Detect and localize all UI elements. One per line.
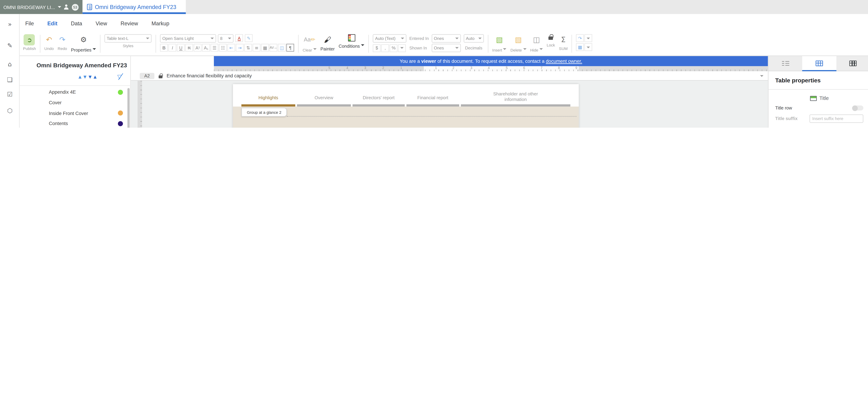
sum-button[interactable]: Σ SUM bbox=[559, 34, 568, 50]
redo-icon: ↷ bbox=[59, 34, 65, 45]
superscript-button[interactable]: A¹ bbox=[194, 44, 202, 51]
document-tab[interactable]: Omni Bridgeway Amended FY23 bbox=[83, 0, 186, 14]
comma-button[interactable]: , bbox=[381, 44, 389, 52]
underline-button[interactable]: U bbox=[177, 44, 185, 51]
undo-button[interactable]: ↶ Undo bbox=[44, 34, 54, 50]
vertical-ruler bbox=[137, 81, 142, 128]
menu-file[interactable]: File bbox=[25, 20, 34, 26]
merge-more-button[interactable] bbox=[585, 43, 592, 51]
ruler-number: 4 bbox=[346, 66, 348, 70]
ruler-number: 8 bbox=[558, 66, 560, 70]
folder-icon[interactable]: ❏ bbox=[0, 76, 20, 83]
compose-icon[interactable]: ✎ bbox=[0, 42, 20, 49]
font-color-button[interactable]: A bbox=[235, 34, 243, 42]
chevron-down-icon bbox=[58, 6, 61, 9]
bold-button[interactable]: B bbox=[160, 44, 168, 51]
cell-reference[interactable]: A2 bbox=[140, 73, 154, 79]
package-icon[interactable]: ⬡ bbox=[0, 107, 20, 114]
menu-data[interactable]: Data bbox=[71, 20, 82, 26]
expand-rail-icon[interactable]: » bbox=[0, 21, 20, 28]
outline-list: Appendix 4ECoverInside Front CoverConten… bbox=[20, 87, 131, 128]
workspace-name: OMNI BRIDGEWAY LI... bbox=[3, 4, 55, 10]
strikethrough-button[interactable]: K bbox=[185, 44, 193, 51]
sidebar-item[interactable]: Appendix 4E bbox=[20, 87, 131, 97]
ruler-number: 5 bbox=[329, 66, 330, 70]
section-divider bbox=[287, 116, 577, 116]
tab-cell-properties[interactable] bbox=[836, 56, 868, 71]
merge-button[interactable]: ▩ bbox=[576, 43, 584, 51]
hide-button[interactable]: ◫ Hide bbox=[530, 34, 543, 52]
properties-panel: Table properties Title Title row Title s… bbox=[768, 56, 868, 128]
home-icon[interactable]: ⌂ bbox=[0, 61, 20, 68]
panel-tab-strip bbox=[769, 56, 868, 71]
entered-in-select[interactable]: Ones bbox=[432, 34, 461, 43]
sidebar-item[interactable]: Inside Front Cover bbox=[20, 108, 131, 118]
ruler-number: 6 bbox=[523, 66, 525, 70]
section-chip[interactable]: Group at a glance 2 bbox=[241, 108, 287, 117]
gear-icon: ⚙ bbox=[80, 34, 87, 45]
decimals-select[interactable]: Auto bbox=[464, 34, 484, 43]
outline-scrollbar[interactable] bbox=[127, 88, 130, 128]
line-spacing-button[interactable]: ⇅ bbox=[244, 44, 252, 51]
italic-button[interactable]: I bbox=[168, 44, 176, 51]
sidebar-item-label: Inside Front Cover bbox=[49, 110, 116, 116]
clear-formatting-button[interactable]: Aa✏ Clear bbox=[303, 34, 316, 52]
conditions-button[interactable]: Conditions bbox=[339, 34, 364, 49]
shown-in-select[interactable]: Ones bbox=[432, 44, 461, 52]
paragraph-style-select[interactable]: Table text-L bbox=[104, 34, 152, 43]
document-page[interactable]: HighlightsOverviewDirectors' reportFinan… bbox=[233, 84, 579, 128]
highlight-color-button[interactable]: ✎ bbox=[245, 34, 253, 42]
properties-button[interactable]: ⚙ Properties bbox=[71, 34, 96, 53]
indent-button[interactable]: ⇤ bbox=[227, 44, 235, 51]
sidebar-item[interactable]: Cover bbox=[20, 98, 131, 108]
menu-edit[interactable]: Edit bbox=[48, 20, 58, 26]
sidebar-item[interactable]: Contents bbox=[20, 118, 131, 128]
workspace-bar: OMNI BRIDGEWAY LI... 53 Omni Bridgeway A… bbox=[0, 0, 868, 14]
expand-all-icon[interactable]: ▲▼ bbox=[78, 74, 88, 80]
filter-icon[interactable]: ▽ bbox=[117, 73, 124, 80]
title-row-toggle[interactable] bbox=[852, 105, 864, 110]
page-tab-underline bbox=[297, 104, 351, 106]
collapse-all-icon[interactable]: ▼▲ bbox=[88, 74, 98, 80]
font-family-select[interactable]: Open Sans Light bbox=[160, 34, 216, 43]
redo-button[interactable]: ↷ Redo bbox=[58, 34, 67, 50]
list-button[interactable]: ≡ bbox=[253, 44, 260, 51]
menu-markup[interactable]: Markup bbox=[152, 20, 169, 26]
menu-view[interactable]: View bbox=[96, 20, 107, 26]
document-owner-link[interactable]: document owner. bbox=[546, 58, 582, 64]
font-size-select[interactable]: 8 bbox=[218, 34, 234, 43]
delete-button[interactable]: ▧ Delete bbox=[510, 34, 526, 52]
vertical-align-button[interactable]: ◫ bbox=[278, 44, 286, 51]
number-format-more-button[interactable] bbox=[398, 44, 406, 52]
lock-button[interactable]: Lock bbox=[547, 34, 555, 47]
wrap-text-button[interactable]: ↷ bbox=[576, 34, 584, 42]
format-painter-button[interactable]: 🖌 Painter bbox=[320, 34, 335, 51]
title-suffix-input[interactable]: Insert suffix here bbox=[809, 114, 863, 123]
tab-table-properties[interactable] bbox=[802, 56, 836, 71]
ruler-number: 3 bbox=[364, 66, 366, 70]
publish-button[interactable]: ➲ Publish bbox=[23, 34, 36, 50]
outdent-button[interactable]: ⇥ bbox=[236, 44, 244, 51]
align-center-button[interactable]: ☷ bbox=[219, 44, 227, 51]
align-left-button[interactable]: ☰ bbox=[211, 44, 218, 51]
formula-input[interactable]: Enhance financial flexibility and capaci… bbox=[167, 73, 756, 78]
borders-button[interactable]: ▦ bbox=[261, 44, 269, 51]
letter-spacing-button[interactable]: AV↔ bbox=[270, 44, 277, 51]
value-format-select[interactable]: Auto (Text) bbox=[373, 34, 407, 43]
currency-button[interactable]: $ bbox=[373, 44, 381, 52]
formula-bar-collapse-icon[interactable] bbox=[760, 75, 763, 78]
tasks-icon[interactable]: ☑ bbox=[0, 91, 20, 98]
wrap-more-button[interactable] bbox=[585, 34, 592, 42]
ruler-number: 5 bbox=[506, 66, 507, 70]
subscript-button[interactable]: A₁ bbox=[202, 44, 210, 51]
workspace-switcher[interactable]: OMNI BRIDGEWAY LI... 53 bbox=[0, 0, 83, 14]
tab-outline-properties[interactable] bbox=[769, 56, 802, 71]
cell-lock-icon bbox=[158, 75, 162, 78]
insert-button[interactable]: ▧ Insert bbox=[492, 34, 506, 52]
ruler-number: 2 bbox=[382, 66, 384, 70]
percent-button[interactable]: % bbox=[390, 44, 398, 52]
pilcrow-button[interactable]: ¶ bbox=[286, 44, 294, 51]
menu-review[interactable]: Review bbox=[121, 20, 138, 26]
page-tab-underline bbox=[241, 104, 295, 106]
ruler-number: 1 bbox=[400, 66, 402, 70]
